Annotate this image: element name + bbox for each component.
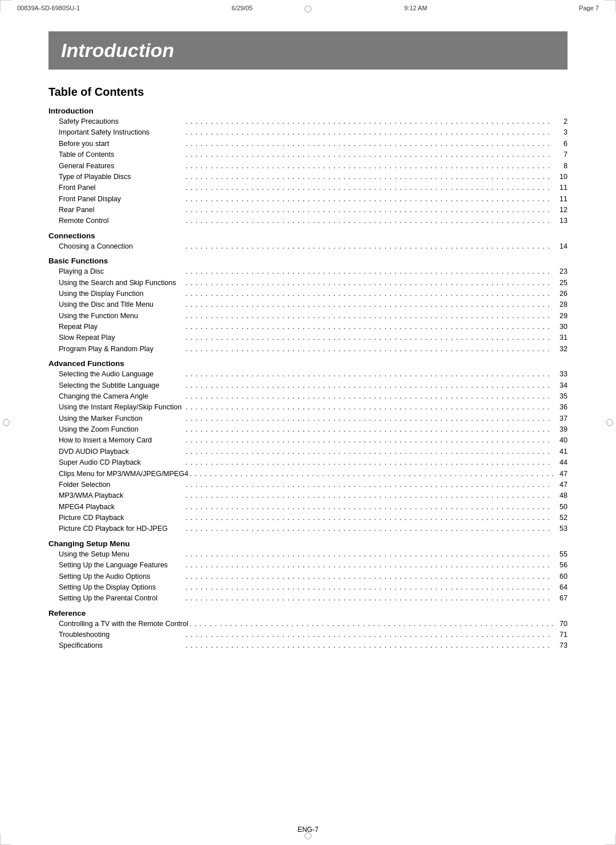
toc-entry: Setting Up the Display Options. . . . . … [48, 582, 568, 593]
toc-entry-label: Important Safety Instructions [59, 127, 184, 138]
toc-entry-dots: . . . . . . . . . . . . . . . . . . . . … [184, 490, 553, 501]
toc-entry-label: Safety Precautions [59, 116, 184, 127]
toc-entry: Changing the Camera Angle. . . . . . . .… [48, 391, 568, 402]
toc-entry-label: Setting Up the Display Options [59, 582, 184, 593]
toc-entry: Program Play & Random Play. . . . . . . … [48, 344, 568, 355]
toc-entry-page: 26 [553, 289, 568, 299]
toc-entry-dots: . . . . . . . . . . . . . . . . . . . . … [184, 289, 553, 299]
toc-entry-page: 56 [553, 560, 568, 571]
toc-entry-label: Selecting the Subtitle Language [59, 380, 184, 391]
toc-entry-dots: . . . . . . . . . . . . . . . . . . . . … [184, 571, 553, 582]
toc-entry-page: 70 [553, 619, 568, 629]
toc-entry: Picture CD Playback for HD-JPEG. . . . .… [48, 523, 568, 534]
toc-entry: Repeat Play. . . . . . . . . . . . . . .… [48, 322, 568, 332]
toc-entry-dots: . . . . . . . . . . . . . . . . . . . . … [184, 513, 553, 523]
corner-mark-tl [0, 0, 11, 11]
doc-page-label: Page 7 [579, 5, 599, 11]
toc-entry-page: 11 [553, 182, 568, 193]
doc-date: 6/29/05 [232, 5, 253, 11]
toc-entry-label: Troubleshooting [59, 629, 184, 640]
toc-entry-dots: . . . . . . . . . . . . . . . . . . . . … [184, 640, 553, 651]
toc-entry-page: 10 [553, 172, 568, 182]
toc-entry-page: 14 [553, 241, 568, 252]
toc-entry-page: 55 [553, 549, 568, 560]
toc-entry-page: 60 [553, 571, 568, 582]
toc-entry: Troubleshooting. . . . . . . . . . . . .… [48, 629, 568, 640]
toc-entry-dots: . . . . . . . . . . . . . . . . . . . . … [184, 266, 553, 277]
toc-entry-label: Front Panel [59, 182, 184, 193]
toc-entry-label: Rear Panel [59, 205, 184, 216]
toc-entry: Using the Display Function. . . . . . . … [48, 289, 568, 299]
doc-header: 00839A-SD-6980SU-1 6/29/05 9:12 AM Page … [17, 5, 599, 11]
toc-entry: Using the Zoom Function. . . . . . . . .… [48, 424, 568, 435]
toc-entry-page: 25 [553, 278, 568, 289]
toc-section-reference: ReferenceControlling a TV with the Remot… [48, 609, 568, 652]
toc-entry-page: 47 [553, 480, 568, 490]
toc-entry-page: 34 [553, 380, 568, 391]
toc-entry-label: Using the Search and Skip Functions [59, 278, 184, 289]
toc-section-header: Introduction [48, 107, 568, 115]
toc-entry-dots: . . . . . . . . . . . . . . . . . . . . … [184, 332, 553, 343]
reg-mark-left [3, 419, 10, 426]
toc-entry-label: Front Panel Display [59, 194, 184, 205]
toc-entry-label: Playing a Disc [59, 266, 184, 277]
toc-entry: Controlling a TV with the Remote Control… [48, 619, 568, 629]
toc-entry: Using the Marker Function. . . . . . . .… [48, 413, 568, 424]
intro-banner: Introduction [48, 31, 568, 70]
toc-entry: Setting Up the Audio Options. . . . . . … [48, 571, 568, 582]
toc-entry-dots: . . . . . . . . . . . . . . . . . . . . … [184, 582, 553, 593]
toc-entry-page: 13 [553, 216, 568, 226]
corner-mark-bl [0, 834, 11, 845]
toc-entry: Using the Setup Menu. . . . . . . . . . … [48, 549, 568, 560]
toc-entry: Clips Menu for MP3/WMA/JPEG/MPEG4. . . .… [48, 469, 568, 480]
toc-entry: Super Audio CD Playback. . . . . . . . .… [48, 457, 568, 468]
toc-entry-dots: . . . . . . . . . . . . . . . . . . . . … [184, 549, 553, 560]
toc-entry-page: 8 [553, 161, 568, 172]
toc-entry-dots: . . . . . . . . . . . . . . . . . . . . … [184, 344, 553, 355]
toc-section-advanced-functions: Advanced FunctionsSelecting the Audio La… [48, 359, 568, 535]
toc-entry-page: 28 [553, 299, 568, 310]
toc-entry-page: 71 [553, 629, 568, 640]
toc-entry-dots: . . . . . . . . . . . . . . . . . . . . … [184, 149, 553, 160]
toc-entry-label: Using the Display Function [59, 289, 184, 299]
toc-entry-page: 29 [553, 311, 568, 322]
toc-entry-label: General Features [59, 161, 184, 172]
toc-entry-page: 33 [553, 369, 568, 380]
toc-entry-page: 73 [553, 640, 568, 651]
toc-entry: General Features. . . . . . . . . . . . … [48, 161, 568, 172]
toc-entry: Setting Up the Language Features. . . . … [48, 560, 568, 571]
toc-entry: Slow Repeat Play. . . . . . . . . . . . … [48, 332, 568, 343]
toc-entry-page: 53 [553, 523, 568, 534]
toc-entry-label: Slow Repeat Play [59, 332, 184, 343]
corner-mark-tr [605, 0, 616, 11]
toc-entry-dots: . . . . . . . . . . . . . . . . . . . . … [184, 560, 553, 571]
toc-entry-page: 35 [553, 391, 568, 402]
toc-entry-label: Remote Control [59, 216, 184, 226]
toc-entry: MPEG4 Playback. . . . . . . . . . . . . … [48, 502, 568, 513]
toc-entry: Before you start. . . . . . . . . . . . … [48, 139, 568, 149]
toc-entry-page: 41 [553, 446, 568, 457]
toc-entry: Using the Function Menu. . . . . . . . .… [48, 311, 568, 322]
toc-section-introduction: IntroductionSafety Precautions. . . . . … [48, 107, 568, 227]
toc-entry-dots: . . . . . . . . . . . . . . . . . . . . … [184, 299, 553, 310]
footer-text: ENG-7 [298, 826, 319, 834]
toc-entry-dots: . . . . . . . . . . . . . . . . . . . . … [184, 629, 553, 640]
toc-entry-label: Program Play & Random Play [59, 344, 184, 355]
toc-entry: Selecting the Subtitle Language. . . . .… [48, 380, 568, 391]
toc-entry-dots: . . . . . . . . . . . . . . . . . . . . … [188, 469, 553, 480]
toc-entry-dots: . . . . . . . . . . . . . . . . . . . . … [184, 413, 553, 424]
toc-entry-page: 2 [553, 116, 568, 127]
toc-entry-page: 31 [553, 332, 568, 343]
toc-entry-label: Using the Disc and Title Menu [59, 299, 184, 310]
toc-entry-page: 39 [553, 424, 568, 435]
toc-entry-label: Before you start [59, 139, 184, 149]
toc-entry-page: 44 [553, 457, 568, 468]
content-area: Introduction Table of Contents Introduct… [48, 31, 568, 811]
toc-entry-page: 48 [553, 490, 568, 501]
toc-entry-page: 30 [553, 322, 568, 332]
toc-entry-label: Setting Up the Audio Options [59, 571, 184, 582]
toc-section-header: Advanced Functions [48, 359, 568, 368]
toc-entry-page: 47 [553, 469, 568, 480]
toc-entry-dots: . . . . . . . . . . . . . . . . . . . . … [184, 139, 553, 149]
toc-entry-label: Specifications [59, 640, 184, 651]
